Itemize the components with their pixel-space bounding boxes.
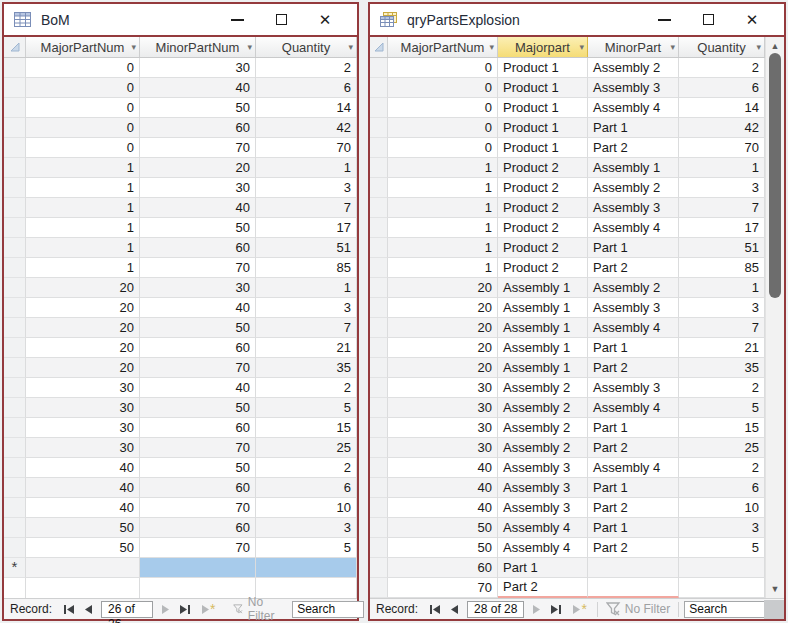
cell-quantity[interactable]: 51 [679, 238, 765, 258]
cell-quantity[interactable]: 1 [679, 158, 765, 178]
cell-quantity[interactable]: 7 [256, 198, 357, 218]
record-selector[interactable] [4, 518, 26, 538]
cell-majorpart[interactable]: Assembly 4 [498, 518, 588, 538]
record-selector[interactable] [370, 378, 388, 398]
cell-minorpart[interactable]: Assembly 3 [588, 298, 679, 318]
cell-quantity[interactable]: 5 [256, 398, 357, 418]
cell-majorpartnum[interactable]: 20 [26, 318, 140, 338]
cell-quantity[interactable]: 17 [679, 218, 765, 238]
record-selector[interactable] [4, 458, 26, 478]
cell-majorpartnum[interactable]: 40 [388, 458, 498, 478]
cell-majorpart[interactable]: Assembly 2 [498, 418, 588, 438]
cell-quantity[interactable]: 2 [679, 378, 765, 398]
cell-quantity[interactable]: 14 [256, 98, 357, 118]
cell-quantity[interactable]: 7 [679, 318, 765, 338]
record-selector[interactable] [4, 538, 26, 558]
cell-majorpartnum[interactable]: 0 [26, 98, 140, 118]
record-selector[interactable] [4, 478, 26, 498]
cell-quantity[interactable]: 35 [679, 358, 765, 378]
cell-minorpartnum[interactable]: 40 [140, 378, 256, 398]
cell-majorpartnum[interactable]: 20 [388, 298, 498, 318]
cell-majorpartnum[interactable]: 1 [26, 198, 140, 218]
cell-majorpartnum[interactable]: 0 [26, 58, 140, 78]
record-selector[interactable] [370, 78, 388, 98]
cell-minorpart[interactable]: Assembly 4 [588, 318, 679, 338]
chevron-down-icon[interactable]: ▾ [247, 42, 252, 52]
cell-minorpartnum[interactable]: 30 [140, 58, 256, 78]
cell-quantity[interactable]: 42 [256, 118, 357, 138]
column-header-quantity[interactable]: Quantity ▾ [256, 37, 357, 57]
cell-quantity[interactable] [679, 578, 765, 598]
cell-quantity[interactable]: 2 [256, 458, 357, 478]
cell-majorpartnum[interactable]: 40 [388, 498, 498, 518]
maximize-button[interactable] [259, 7, 303, 33]
cell-majorpartnum[interactable]: 40 [388, 478, 498, 498]
record-selector[interactable] [370, 478, 388, 498]
cell-quantity[interactable]: 25 [679, 438, 765, 458]
scroll-down-arrow-icon[interactable]: ▼ [766, 581, 784, 597]
record-selector[interactable] [4, 158, 26, 178]
cell-majorpartnum[interactable]: 50 [388, 518, 498, 538]
cell-majorpart[interactable]: Product 1 [498, 118, 588, 138]
cell-quantity[interactable]: 5 [256, 538, 357, 558]
cell-majorpartnum[interactable]: 30 [26, 438, 140, 458]
cell-quantity[interactable]: 6 [256, 478, 357, 498]
cell-minorpartnum[interactable]: 60 [140, 418, 256, 438]
cell-majorpart[interactable]: Assembly 3 [498, 478, 588, 498]
cell-minorpartnum[interactable]: 40 [140, 78, 256, 98]
cell-quantity[interactable]: 5 [679, 398, 765, 418]
chevron-down-icon[interactable]: ▾ [348, 42, 353, 52]
cell-quantity[interactable]: 17 [256, 218, 357, 238]
new-record-selector[interactable]: * [4, 558, 26, 578]
titlebar[interactable]: qryPartsExplosion ✕ [370, 4, 784, 37]
record-selector[interactable] [370, 458, 388, 478]
cell-quantity[interactable]: 3 [256, 518, 357, 538]
cell-minorpartnum[interactable]: 60 [140, 478, 256, 498]
cell-minorpart[interactable]: Assembly 1 [588, 158, 679, 178]
cell-minorpart[interactable]: Part 2 [588, 538, 679, 558]
cell-majorpartnum[interactable]: 1 [26, 258, 140, 278]
cell-minorpart[interactable]: Part 1 [588, 418, 679, 438]
cell-minorpartnum[interactable]: 50 [140, 318, 256, 338]
cell-quantity[interactable]: 3 [679, 518, 765, 538]
chevron-down-icon[interactable]: ▾ [579, 42, 584, 52]
cell-majorpart[interactable]: Assembly 3 [498, 498, 588, 518]
cell-quantity[interactable] [679, 558, 765, 578]
cell-majorpartnum[interactable]: 1 [388, 258, 498, 278]
cell-majorpart[interactable]: Product 1 [498, 78, 588, 98]
cell-majorpart[interactable]: Product 2 [498, 258, 588, 278]
cell-majorpart[interactable]: Assembly 1 [498, 338, 588, 358]
cell-minorpart[interactable]: Part 1 [588, 238, 679, 258]
cell-majorpartnum[interactable]: 40 [26, 458, 140, 478]
cell-majorpartnum[interactable]: 30 [26, 378, 140, 398]
cell-majorpartnum[interactable]: 0 [388, 98, 498, 118]
cell-majorpartnum[interactable]: 20 [26, 278, 140, 298]
record-selector[interactable] [4, 78, 26, 98]
previous-record-button[interactable] [446, 599, 464, 619]
new-record-button[interactable]: * [567, 599, 591, 619]
cell-minorpartnum[interactable]: 70 [140, 538, 256, 558]
record-selector[interactable] [370, 158, 388, 178]
cell-minorpart[interactable]: Assembly 3 [588, 78, 679, 98]
cell-minorpartnum[interactable]: 60 [140, 238, 256, 258]
record-selector[interactable] [4, 298, 26, 318]
cell-majorpartnum[interactable]: 1 [388, 238, 498, 258]
cell-majorpartnum[interactable]: 30 [26, 398, 140, 418]
last-record-button[interactable] [545, 599, 567, 619]
cell-minorpartnum[interactable]: 70 [140, 138, 256, 158]
cell-minorpartnum[interactable]: 70 [140, 258, 256, 278]
cell-majorpartnum[interactable]: 1 [26, 178, 140, 198]
cell-quantity[interactable]: 3 [679, 178, 765, 198]
record-selector[interactable] [370, 58, 388, 78]
scroll-up-arrow-icon[interactable]: ▲ [766, 38, 784, 54]
vertical-scrollbar[interactable]: ▲ ▼ [765, 37, 784, 598]
cell-minorpartnum[interactable]: 70 [140, 498, 256, 518]
cell-majorpart[interactable]: Assembly 1 [498, 278, 588, 298]
cell-minorpart[interactable]: Part 2 [588, 498, 679, 518]
filter-status[interactable]: No Filter [230, 595, 282, 623]
cell-minorpartnum[interactable]: 50 [140, 98, 256, 118]
cell-quantity[interactable]: 6 [679, 78, 765, 98]
record-selector[interactable] [4, 278, 26, 298]
cell-majorpartnum[interactable]: 20 [388, 278, 498, 298]
cell-majorpart[interactable]: Assembly 2 [498, 438, 588, 458]
